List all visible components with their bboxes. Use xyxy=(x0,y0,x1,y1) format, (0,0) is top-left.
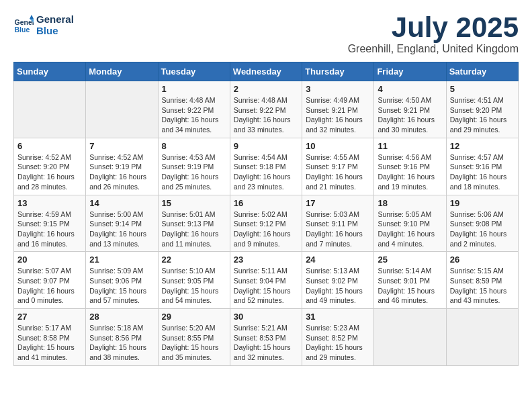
calendar-cell: 5Sunrise: 4:51 AM Sunset: 9:20 PM Daylig… xyxy=(446,81,518,138)
day-number: 18 xyxy=(378,198,442,208)
day-info: Sunrise: 4:54 AM Sunset: 9:18 PM Dayligh… xyxy=(234,152,298,192)
calendar-cell: 14Sunrise: 5:00 AM Sunset: 9:14 PM Dayli… xyxy=(86,195,158,252)
day-info: Sunrise: 4:50 AM Sunset: 9:21 PM Dayligh… xyxy=(378,95,442,135)
day-number: 27 xyxy=(17,312,82,322)
day-number: 31 xyxy=(306,312,370,322)
day-number: 13 xyxy=(17,198,82,208)
day-number: 10 xyxy=(306,141,370,151)
day-info: Sunrise: 5:23 AM Sunset: 8:52 PM Dayligh… xyxy=(306,323,370,363)
calendar-cell: 16Sunrise: 5:02 AM Sunset: 9:12 PM Dayli… xyxy=(230,195,302,252)
day-info: Sunrise: 5:05 AM Sunset: 9:10 PM Dayligh… xyxy=(378,210,442,249)
calendar-cell: 22Sunrise: 5:10 AM Sunset: 9:05 PM Dayli… xyxy=(158,252,230,309)
day-number: 20 xyxy=(17,255,82,265)
location-subtitle: Greenhill, England, United Kingdom xyxy=(348,43,519,55)
day-number: 17 xyxy=(306,198,370,208)
day-header-tuesday: Tuesday xyxy=(158,62,230,81)
calendar-cell: 25Sunrise: 5:14 AM Sunset: 9:01 PM Dayli… xyxy=(374,252,446,309)
logo-blue: Blue xyxy=(36,25,74,36)
day-number: 11 xyxy=(378,141,442,151)
day-info: Sunrise: 5:15 AM Sunset: 8:59 PM Dayligh… xyxy=(450,266,515,306)
calendar-cell xyxy=(86,81,158,138)
calendar-cell: 3Sunrise: 4:49 AM Sunset: 9:21 PM Daylig… xyxy=(302,81,374,138)
day-number: 28 xyxy=(89,312,154,322)
day-number: 23 xyxy=(234,255,298,265)
calendar-cell: 27Sunrise: 5:17 AM Sunset: 8:58 PM Dayli… xyxy=(14,309,86,366)
calendar-cell: 9Sunrise: 4:54 AM Sunset: 9:18 PM Daylig… xyxy=(230,138,302,195)
calendar-cell: 31Sunrise: 5:23 AM Sunset: 8:52 PM Dayli… xyxy=(302,309,374,366)
day-number: 5 xyxy=(450,84,515,94)
day-info: Sunrise: 4:48 AM Sunset: 9:22 PM Dayligh… xyxy=(234,95,298,135)
calendar-cell: 7Sunrise: 4:52 AM Sunset: 9:19 PM Daylig… xyxy=(86,138,158,195)
day-number: 29 xyxy=(162,312,226,322)
day-info: Sunrise: 5:20 AM Sunset: 8:55 PM Dayligh… xyxy=(162,323,226,363)
day-info: Sunrise: 4:53 AM Sunset: 9:19 PM Dayligh… xyxy=(162,152,226,192)
calendar-cell: 26Sunrise: 5:15 AM Sunset: 8:59 PM Dayli… xyxy=(446,252,518,309)
calendar-cell xyxy=(446,309,518,366)
day-info: Sunrise: 5:09 AM Sunset: 9:06 PM Dayligh… xyxy=(89,266,154,306)
month-title: July 2025 xyxy=(348,13,519,42)
day-info: Sunrise: 5:02 AM Sunset: 9:12 PM Dayligh… xyxy=(234,210,298,249)
day-info: Sunrise: 5:13 AM Sunset: 9:02 PM Dayligh… xyxy=(306,266,370,306)
calendar-cell: 11Sunrise: 4:56 AM Sunset: 9:16 PM Dayli… xyxy=(374,138,446,195)
logo-general: General xyxy=(36,13,74,25)
calendar-cell: 2Sunrise: 4:48 AM Sunset: 9:22 PM Daylig… xyxy=(230,81,302,138)
day-info: Sunrise: 5:00 AM Sunset: 9:14 PM Dayligh… xyxy=(89,210,154,249)
calendar-cell xyxy=(374,309,446,366)
day-header-monday: Monday xyxy=(86,62,158,81)
day-info: Sunrise: 4:56 AM Sunset: 9:16 PM Dayligh… xyxy=(378,152,442,192)
day-info: Sunrise: 5:11 AM Sunset: 9:04 PM Dayligh… xyxy=(234,266,298,306)
day-info: Sunrise: 5:14 AM Sunset: 9:01 PM Dayligh… xyxy=(378,266,442,306)
day-number: 22 xyxy=(162,255,226,265)
day-info: Sunrise: 4:49 AM Sunset: 9:21 PM Dayligh… xyxy=(306,95,370,135)
day-number: 2 xyxy=(234,84,298,94)
day-number: 24 xyxy=(306,255,370,265)
day-info: Sunrise: 5:10 AM Sunset: 9:05 PM Dayligh… xyxy=(162,266,226,306)
day-header-thursday: Thursday xyxy=(302,62,374,81)
day-number: 15 xyxy=(162,198,226,208)
calendar-cell: 4Sunrise: 4:50 AM Sunset: 9:21 PM Daylig… xyxy=(374,81,446,138)
week-row-4: 20Sunrise: 5:07 AM Sunset: 9:07 PM Dayli… xyxy=(14,252,519,309)
day-number: 12 xyxy=(450,141,515,151)
week-row-2: 6Sunrise: 4:52 AM Sunset: 9:20 PM Daylig… xyxy=(14,138,519,195)
day-info: Sunrise: 4:51 AM Sunset: 9:20 PM Dayligh… xyxy=(450,95,515,135)
calendar-cell: 28Sunrise: 5:18 AM Sunset: 8:56 PM Dayli… xyxy=(86,309,158,366)
svg-text:Blue: Blue xyxy=(15,26,30,34)
calendar-cell: 24Sunrise: 5:13 AM Sunset: 9:02 PM Dayli… xyxy=(302,252,374,309)
day-info: Sunrise: 4:48 AM Sunset: 9:22 PM Dayligh… xyxy=(162,95,226,135)
day-info: Sunrise: 4:59 AM Sunset: 9:15 PM Dayligh… xyxy=(17,210,82,249)
calendar-cell: 13Sunrise: 4:59 AM Sunset: 9:15 PM Dayli… xyxy=(14,195,86,252)
calendar-cell: 29Sunrise: 5:20 AM Sunset: 8:55 PM Dayli… xyxy=(158,309,230,366)
day-info: Sunrise: 5:18 AM Sunset: 8:56 PM Dayligh… xyxy=(89,323,154,363)
calendar-cell xyxy=(14,81,86,138)
day-header-wednesday: Wednesday xyxy=(230,62,302,81)
day-info: Sunrise: 4:57 AM Sunset: 9:16 PM Dayligh… xyxy=(450,152,515,192)
calendar-cell: 17Sunrise: 5:03 AM Sunset: 9:11 PM Dayli… xyxy=(302,195,374,252)
day-number: 26 xyxy=(450,255,515,265)
day-number: 21 xyxy=(89,255,154,265)
day-info: Sunrise: 5:07 AM Sunset: 9:07 PM Dayligh… xyxy=(17,266,82,306)
day-number: 8 xyxy=(162,141,226,151)
header-row: SundayMondayTuesdayWednesdayThursdayFrid… xyxy=(14,62,519,81)
calendar-cell: 10Sunrise: 4:55 AM Sunset: 9:17 PM Dayli… xyxy=(302,138,374,195)
calendar-cell: 1Sunrise: 4:48 AM Sunset: 9:22 PM Daylig… xyxy=(158,81,230,138)
calendar-cell: 12Sunrise: 4:57 AM Sunset: 9:16 PM Dayli… xyxy=(446,138,518,195)
calendar-cell: 8Sunrise: 4:53 AM Sunset: 9:19 PM Daylig… xyxy=(158,138,230,195)
day-number: 7 xyxy=(89,141,154,151)
day-number: 3 xyxy=(306,84,370,94)
day-info: Sunrise: 5:17 AM Sunset: 8:58 PM Dayligh… xyxy=(17,323,82,363)
day-info: Sunrise: 5:01 AM Sunset: 9:13 PM Dayligh… xyxy=(162,210,226,249)
calendar-cell: 15Sunrise: 5:01 AM Sunset: 9:13 PM Dayli… xyxy=(158,195,230,252)
day-info: Sunrise: 4:55 AM Sunset: 9:17 PM Dayligh… xyxy=(306,152,370,192)
week-row-1: 1Sunrise: 4:48 AM Sunset: 9:22 PM Daylig… xyxy=(14,81,519,138)
calendar-cell: 6Sunrise: 4:52 AM Sunset: 9:20 PM Daylig… xyxy=(14,138,86,195)
day-info: Sunrise: 5:21 AM Sunset: 8:53 PM Dayligh… xyxy=(234,323,298,363)
day-number: 9 xyxy=(234,141,298,151)
day-number: 30 xyxy=(234,312,298,322)
day-number: 4 xyxy=(378,84,442,94)
page-header: General Blue General Blue July 2025 Gree… xyxy=(13,13,519,55)
day-info: Sunrise: 5:06 AM Sunset: 9:08 PM Dayligh… xyxy=(450,210,515,249)
week-row-5: 27Sunrise: 5:17 AM Sunset: 8:58 PM Dayli… xyxy=(14,309,519,366)
day-number: 1 xyxy=(162,84,226,94)
day-info: Sunrise: 4:52 AM Sunset: 9:19 PM Dayligh… xyxy=(89,152,154,192)
calendar-cell: 30Sunrise: 5:21 AM Sunset: 8:53 PM Dayli… xyxy=(230,309,302,366)
